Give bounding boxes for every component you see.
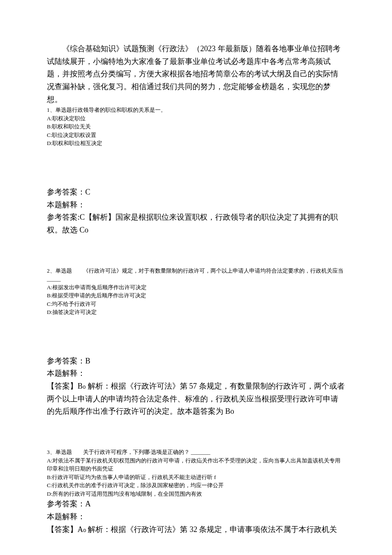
question-1: 1、单选题行政领导者的职位和职权的关系是一。 A:职权决定职位 B:职权和职位无… [47, 106, 345, 148]
q2-stem: 2、单选题 《行政许可法》规定，对于有数量限制的行政许可，两个以上申请人申请均符… [47, 267, 345, 283]
document-page: 《综合基础知识》试题预测《行政法》（2023 年最新版）随着各地事业单位招聘考试… [0, 0, 392, 555]
q2-option-d: D:抽签决定许可决定 [47, 308, 345, 317]
q1-answer: 参考答案：C [47, 186, 345, 199]
q2-explain-label: 本题解释： [47, 367, 345, 380]
q1-explain-body: 参考答案:C【解析】国家是根据职位来设置职权，行政领导者的职位决定了其拥有的职权… [47, 211, 345, 236]
q3-option-c: C:行政机关作出的准予行政许可决定，除涉及国家秘密的，均应一律公开 [47, 481, 345, 490]
q1-stem: 1、单选题行政领导者的职位和职权的关系是一。 [47, 106, 345, 114]
q2-option-c: C:均不给予行政许可 [47, 300, 345, 308]
q3-option-a: A:对依法不属于某行政机关职权范围内的行政许可申请，行政疝关作出不予受理的决定，… [47, 456, 345, 473]
q1-option-d: D:职权和职位相互决定 [47, 139, 345, 148]
spacer [47, 317, 345, 355]
question-2: 2、单选题 《行政许可法》规定，对于有数量限制的行政许可，两个以上申请人申请均符… [47, 267, 345, 317]
q2-option-b: B:根据受理申请的先后顺序作出许可决定 [47, 291, 345, 300]
q2-option-a: A:根据发出申请而兔后顺序作出许可决定 [47, 283, 345, 292]
q3-option-b: B:行政许可听证均为依当事人申请的听证，行政机关不能主动进行听 f [47, 473, 345, 482]
q3-option-d: D:所有的行政许可适用范围均没有地域限制，在全国范围内有效 [47, 490, 345, 498]
intro-paragraph: 《综合基础知识》试题预测《行政法》（2023 年最新版）随着各地事业单位招聘考试… [47, 43, 345, 106]
spacer [47, 148, 345, 186]
q1-explain-label: 本题解释： [47, 199, 345, 212]
q3-stem: 3、单选题 关于行政许可程序，下列哪·选项是正确的？ _______ [47, 448, 345, 456]
spacer [47, 418, 345, 448]
q1-option-c: C:职位决定职权设置 [47, 131, 345, 139]
q2-explain-body: 【答案】B₀ 解析：根据《行政许可法》第 57 条规定，有数量限制的行政许可，两… [47, 380, 345, 418]
q3-answer: 参考答案：A [47, 498, 345, 511]
spacer [47, 237, 345, 267]
q3-explain-body: 【答案】A₀ 解析：根据《行政许可法》第 32 条规定，申请事项依法不属于本行政… [47, 523, 345, 536]
q3-explain-label: 本题解释： [47, 511, 345, 523]
q1-option-b: B:职权和职位无关 [47, 122, 345, 131]
q1-option-a: A:职权决定职位 [47, 114, 345, 123]
q2-answer: 参考答案：B [47, 355, 345, 368]
question-3: 3、单选题 关于行政许可程序，下列哪·选项是正确的？ _______ A:对依法… [47, 448, 345, 498]
